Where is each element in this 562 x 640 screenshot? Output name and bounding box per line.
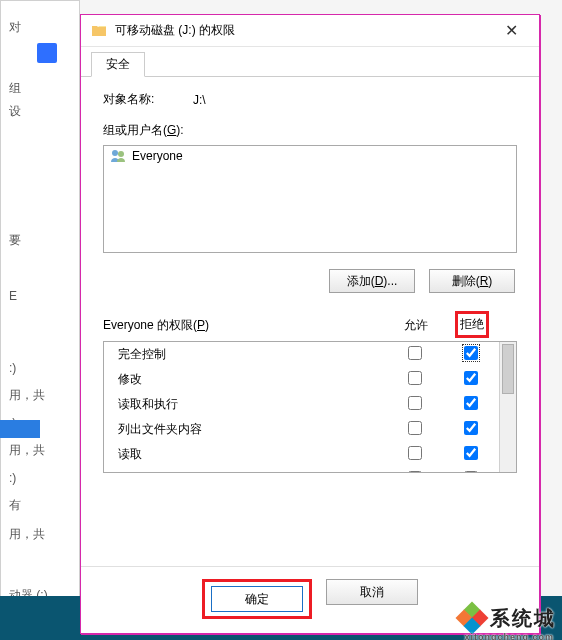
cancel-button[interactable]: 取消 xyxy=(326,579,418,605)
groups-label: 组或用户名(G): xyxy=(103,122,517,139)
deny-checkbox[interactable] xyxy=(464,396,478,410)
deny-checkbox[interactable] xyxy=(464,346,478,360)
user-item-everyone[interactable]: Everyone xyxy=(104,146,516,166)
bg-text: :) xyxy=(9,471,75,485)
allow-checkbox[interactable] xyxy=(408,396,422,410)
permission-name: 列出文件夹内容 xyxy=(104,417,387,442)
tab-security[interactable]: 安全 xyxy=(91,52,145,77)
add-button[interactable]: 添加(D)... xyxy=(329,269,415,293)
users-listbox[interactable]: Everyone xyxy=(103,145,517,253)
watermark-url: xitongcheng.com xyxy=(464,632,554,640)
allow-checkbox[interactable] xyxy=(408,446,422,460)
highlight-deny-header: 拒绝 xyxy=(455,311,489,338)
permissions-table: 完全控制修改读取和执行列出文件夹内容读取写入 xyxy=(103,341,517,473)
permission-row: 写入 xyxy=(104,467,499,472)
column-deny-header: 拒绝 xyxy=(460,317,484,331)
bg-text: 有 xyxy=(9,497,75,514)
bg-text: 组 xyxy=(9,80,75,97)
allow-checkbox[interactable] xyxy=(408,421,422,435)
bg-text: 用，共 xyxy=(9,442,75,459)
permission-name: 写入 xyxy=(104,467,387,472)
permission-row: 读取和执行 xyxy=(104,392,499,417)
close-icon: ✕ xyxy=(505,21,518,40)
deny-checkbox[interactable] xyxy=(464,471,478,472)
permissions-for-label: Everyone 的权限(P) xyxy=(103,317,388,338)
scrollbar-vertical[interactable] xyxy=(499,342,516,472)
bg-text: 要 xyxy=(9,232,75,249)
background-window: 对 组 设 要 E :) 用，共 :) 用，共 :) 有 用，共 动器 (:) xyxy=(0,0,80,600)
bg-text: 用，共 xyxy=(9,387,75,404)
bg-text: E xyxy=(9,289,75,303)
bg-app-icon xyxy=(37,43,57,63)
remove-button[interactable]: 删除(R) xyxy=(429,269,515,293)
tab-row: 安全 xyxy=(81,47,539,77)
titlebar: 可移动磁盘 (J:) 的权限 ✕ xyxy=(81,15,539,47)
deny-checkbox[interactable] xyxy=(464,446,478,460)
folder-icon xyxy=(91,23,107,39)
scrollbar-thumb[interactable] xyxy=(502,344,514,394)
permissions-dialog: 可移动磁盘 (J:) 的权限 ✕ 安全 对象名称: J:\ 组或用户名(G): … xyxy=(80,14,540,634)
column-allow-header: 允许 xyxy=(388,317,444,338)
highlight-ok-button: 确定 xyxy=(202,579,312,619)
object-name-label: 对象名称: xyxy=(103,91,193,108)
allow-checkbox[interactable] xyxy=(408,346,422,360)
watermark-logo-icon xyxy=(458,604,486,632)
deny-checkbox[interactable] xyxy=(464,421,478,435)
deny-checkbox[interactable] xyxy=(464,371,478,385)
permission-name: 读取和执行 xyxy=(104,392,387,417)
users-icon xyxy=(110,148,126,164)
bg-text: 对 xyxy=(9,19,75,36)
permissions-header: Everyone 的权限(P) 允许 拒绝 xyxy=(103,311,517,339)
permission-row: 完全控制 xyxy=(104,342,499,367)
dialog-content: 对象名称: J:\ 组或用户名(G): Everyone 添加(D)... 删除… xyxy=(81,77,539,566)
bg-text: 设 xyxy=(9,103,75,120)
permission-name: 完全控制 xyxy=(104,342,387,367)
permission-row: 列出文件夹内容 xyxy=(104,417,499,442)
dialog-title: 可移动磁盘 (J:) 的权限 xyxy=(115,22,235,39)
bg-text: 用，共 xyxy=(9,526,75,543)
permission-name: 读取 xyxy=(104,442,387,467)
watermark-brand: 系统城 xyxy=(490,605,556,632)
object-name-value: J:\ xyxy=(193,93,206,107)
allow-checkbox[interactable] xyxy=(408,371,422,385)
allow-checkbox[interactable] xyxy=(408,471,422,472)
ok-button[interactable]: 确定 xyxy=(211,586,303,612)
svg-point-1 xyxy=(118,151,124,157)
user-item-label: Everyone xyxy=(132,149,183,163)
close-button[interactable]: ✕ xyxy=(489,17,533,45)
bg-selection xyxy=(0,420,40,438)
permission-row: 修改 xyxy=(104,367,499,392)
permission-row: 读取 xyxy=(104,442,499,467)
bg-text: :) xyxy=(9,361,75,375)
permission-name: 修改 xyxy=(104,367,387,392)
watermark: 系统城 xitongcheng.com xyxy=(458,604,556,632)
svg-point-0 xyxy=(112,150,118,156)
